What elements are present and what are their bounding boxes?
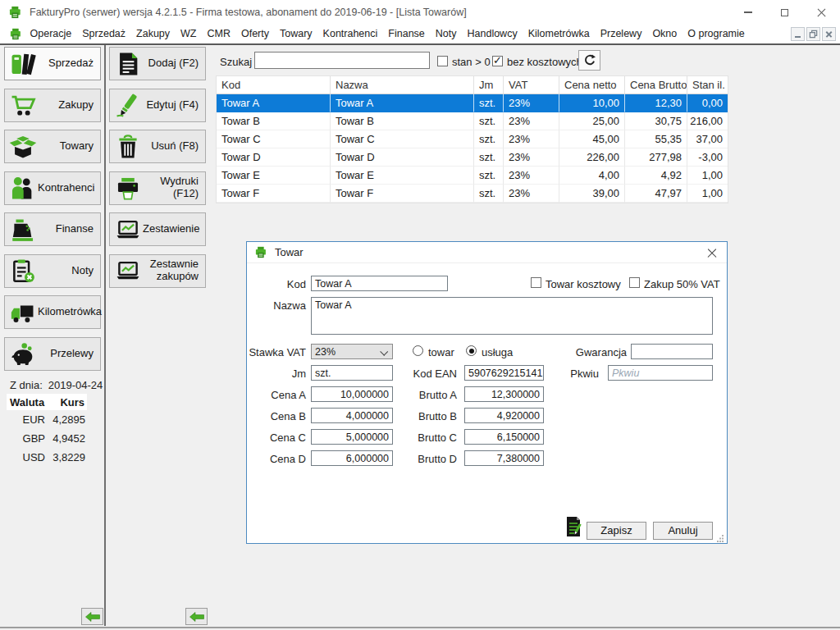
rate-row: EUR 4,2895 [7, 413, 87, 426]
tool-button[interactable]: Zestawnie zakupów [109, 254, 206, 288]
menu-item[interactable]: CMR [202, 25, 235, 43]
table-row[interactable]: Towar B Towar B szt. 23% 25,00 30,75 216… [217, 112, 728, 130]
app-icon [255, 246, 268, 258]
col-kod[interactable]: Kod [217, 76, 331, 94]
nav-button[interactable]: Sprzedaż [4, 47, 101, 80]
nav-button-label: Przelewy [38, 348, 100, 360]
gwarancja-input[interactable] [631, 344, 713, 359]
table-row[interactable]: Towar E Towar E szt. 23% 4,00 4,92 1,00 [217, 167, 728, 185]
col-nazwa[interactable]: Nazwa [331, 76, 474, 94]
zakup-50-vat-checkbox[interactable] [629, 277, 640, 288]
cena-label: Cena B [247, 410, 306, 422]
save-button[interactable]: Zapisz [587, 522, 646, 540]
towar-kosztowy-checkbox[interactable] [531, 277, 541, 288]
mdi-minimize-button[interactable] [791, 27, 805, 41]
costless-checkbox[interactable] [492, 56, 503, 66]
menu-item[interactable]: WZ [176, 25, 202, 43]
nav-button[interactable]: Kontrahenci [4, 171, 101, 205]
col-cena-netto[interactable]: Cena netto [559, 76, 625, 94]
towar-radio[interactable] [413, 345, 423, 356]
table-row[interactable]: Towar A Towar A szt. 23% 10,00 12,30 0,0… [217, 94, 728, 112]
frame-divider-bottom [0, 627, 840, 628]
tool-button[interactable]: Usuń (F8) [109, 130, 206, 163]
cancel-button[interactable]: Anuluj [653, 522, 713, 540]
nav-button-label: Towary [38, 140, 100, 153]
save-doc-icon [565, 516, 582, 537]
menu-item[interactable]: Kilometrówka [523, 25, 595, 43]
kod-input[interactable]: Towar A [311, 276, 448, 291]
table-row[interactable]: Towar F Towar F szt. 23% 39,00 47,97 1,0… [217, 185, 728, 203]
cell-stan: 1,00 [687, 185, 728, 203]
table-row[interactable]: Towar D Towar D szt. 23% 226,00 277,98 -… [217, 148, 728, 167]
nav-button[interactable]: Przelewy [4, 337, 101, 371]
brutto-input[interactable]: 12,300000 [464, 386, 544, 402]
tool-button[interactable]: Edytuj (F4) [109, 89, 206, 122]
stock-checkbox[interactable] [437, 56, 448, 66]
search-input[interactable] [254, 52, 430, 69]
nazwa-textarea[interactable]: Towar A [311, 297, 713, 335]
minimize-button[interactable] [729, 0, 766, 25]
refresh-button[interactable] [578, 50, 600, 71]
menu-item[interactable]: Noty [430, 25, 462, 43]
stawka-vat-dropdown[interactable]: 23% [311, 344, 393, 359]
maximize-button[interactable] [766, 0, 803, 25]
kod-label: Kod [247, 278, 306, 290]
tool-button[interactable]: Wydruki (F12) [109, 171, 206, 205]
menu-item[interactable]: Kontrahenci [317, 25, 383, 43]
dialog-title-bar[interactable]: Towar [247, 242, 727, 263]
towar-dialog: Towar Kod Towar A Towar kosztowy Zakup 5… [246, 241, 728, 544]
mdi-restore-button[interactable] [806, 27, 820, 41]
nav-button[interactable]: Towary [4, 130, 101, 163]
back-button-sidebar[interactable] [81, 608, 103, 625]
menu-item[interactable]: Towary [275, 25, 318, 43]
cell-vat: 23% [504, 94, 559, 112]
cell-netto: 45,00 [559, 130, 625, 148]
cell-nazwa: Towar E [331, 167, 474, 185]
col-stan[interactable]: Stan il. [687, 76, 728, 94]
col-cena-brutto[interactable]: Cena Brutto [625, 76, 687, 94]
table-row[interactable]: Towar C Towar C szt. 23% 45,00 55,35 37,… [217, 130, 728, 148]
resize-grip[interactable] [716, 532, 724, 541]
pkwiu-input[interactable]: Pkwiu [608, 365, 713, 381]
brutto-input[interactable]: 6,150000 [464, 429, 544, 445]
nav-button[interactable]: Zakupy [4, 89, 101, 122]
tool-button-label: Wydruki (F12) [143, 176, 205, 200]
col-jm[interactable]: Jm [474, 76, 504, 94]
back-button-tools[interactable] [185, 608, 208, 625]
cell-brutto: 47,97 [625, 185, 687, 203]
nav-button[interactable]: Noty [4, 254, 101, 288]
close-icon [816, 7, 827, 18]
people-icon [8, 174, 38, 202]
costless-checkbox-label: bez kosztowych [507, 56, 582, 68]
note-icon [8, 257, 38, 285]
menu-item[interactable]: Oferty [235, 25, 274, 43]
nav-button[interactable]: Finanse [4, 212, 101, 246]
price-row: Cena D 6,000000 Brutto D 7,380000 [247, 450, 728, 472]
menu-item[interactable]: Zakupy [131, 25, 176, 43]
price-row: Cena A 10,000000 Brutto A 12,300000 [247, 386, 728, 408]
usluga-radio[interactable] [466, 345, 477, 356]
menu-item[interactable]: Okno [647, 25, 682, 43]
maximize-icon [781, 9, 788, 16]
cell-brutto: 30,75 [625, 112, 687, 130]
col-vat[interactable]: VAT [504, 76, 559, 94]
mdi-window-controls [791, 27, 836, 41]
tool-button[interactable]: Dodaj (F2) [109, 47, 206, 80]
menu-item[interactable]: Handlowcy [462, 25, 523, 43]
menu-item[interactable]: Przelewy [595, 25, 647, 43]
menu-item[interactable]: Operacje [25, 25, 77, 43]
cell-netto: 4,00 [559, 167, 625, 185]
menu-item[interactable]: Finanse [383, 25, 430, 43]
cash-register-icon [8, 216, 38, 244]
brutto-input[interactable]: 4,920000 [464, 408, 544, 423]
menu-item[interactable]: O programie [682, 25, 750, 43]
dialog-close-icon[interactable] [706, 247, 718, 258]
cell-stan: 1,00 [687, 167, 728, 185]
close-button[interactable] [803, 0, 840, 25]
menu-item[interactable]: Sprzedaż [77, 25, 131, 43]
tool-button[interactable]: Zestawienie [109, 212, 206, 246]
mdi-close-button[interactable] [822, 27, 836, 41]
refresh-icon [583, 54, 596, 67]
nav-button[interactable]: Kilometrówka [4, 295, 101, 329]
brutto-input[interactable]: 7,380000 [464, 450, 544, 466]
